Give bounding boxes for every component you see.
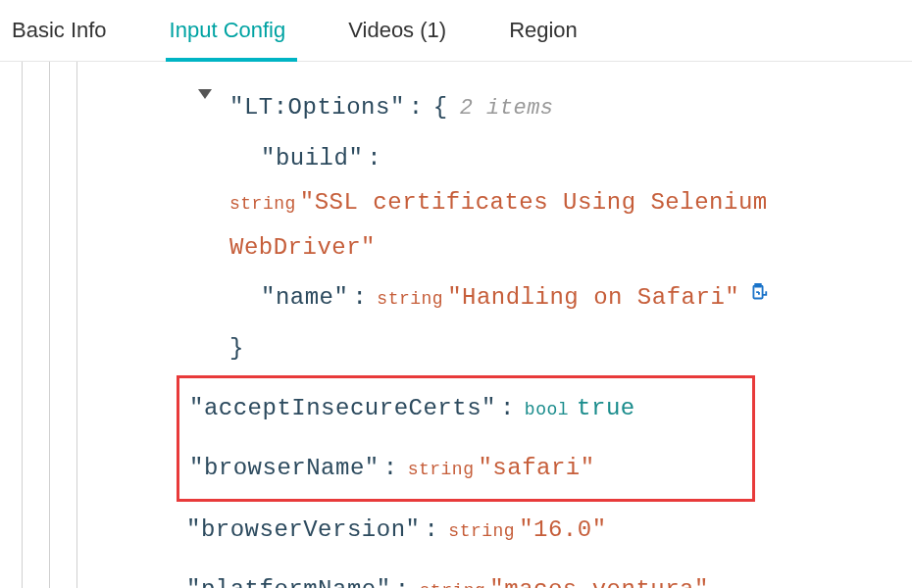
type-tag-string: string [408,453,475,486]
clipboard-icon[interactable] [747,282,769,304]
json-string-value: "SSL certificates Using Selenium [300,180,768,225]
json-string-value: "16.0" [519,508,606,553]
brace-close-row: } [186,326,912,371]
json-key: "browserVersion" [186,508,420,553]
json-value-build: string "SSL certificates Using Selenium [186,180,912,225]
json-string-value: "safari" [478,446,594,491]
tab-region[interactable]: Region [505,0,609,61]
json-row-browser-name: "browserName" : string "safari" [179,446,752,491]
highlight-box: "acceptInsecureCerts" : bool true "brows… [177,375,755,502]
colon: : [395,567,410,588]
colon: : [352,275,367,320]
brace-close: } [229,326,244,371]
type-tag-string: string [229,187,296,220]
json-key: "browserName" [189,446,380,491]
json-row-name: "name" : string "Handling on Safari" [186,275,912,320]
json-row-build: "build" : [186,136,912,181]
brace-open: { [433,85,448,130]
colon: : [500,386,515,431]
json-row-browser-version: "browserVersion" : string "16.0" [186,508,912,553]
json-viewer: "LT:Options" : { 2 items "build" : strin… [0,62,912,588]
json-row-lt-options: "LT:Options" : { 2 items [186,85,912,130]
type-tag-string: string [420,574,486,588]
tab-input-config[interactable]: Input Config [166,0,318,61]
colon: : [383,446,398,491]
json-key: "platformName" [186,567,391,588]
indent-guides [0,62,104,588]
tab-basic-info[interactable]: Basic Info [8,0,138,61]
json-key: "LT:Options" [229,85,405,130]
json-row-accept-insecure: "acceptInsecureCerts" : bool true [179,386,752,431]
chevron-down-icon[interactable] [198,89,212,99]
json-row-platform-name: "platformName" : string "macos ventura" [186,567,912,588]
type-tag-string: string [377,282,443,316]
type-tag-string: string [448,514,515,548]
tab-bar: Basic Info Input Config Videos (1) Regio… [0,0,912,62]
colon: : [367,136,381,181]
item-count: 2 items [460,88,554,129]
json-key: "name" [261,275,348,320]
json-key: "build" [261,136,363,181]
colon: : [424,508,438,553]
json-string-value: WebDriver" [229,225,376,270]
json-value-build-cont: WebDriver" [186,225,912,270]
json-string-value: "macos ventura" [489,567,709,588]
json-key: "acceptInsecureCerts" [189,386,496,431]
json-string-value: "Handling on Safari" [447,275,739,320]
json-bool-value: true [577,386,635,431]
colon: : [409,85,424,130]
type-tag-bool: bool [525,393,569,426]
tab-videos[interactable]: Videos (1) [344,0,478,61]
